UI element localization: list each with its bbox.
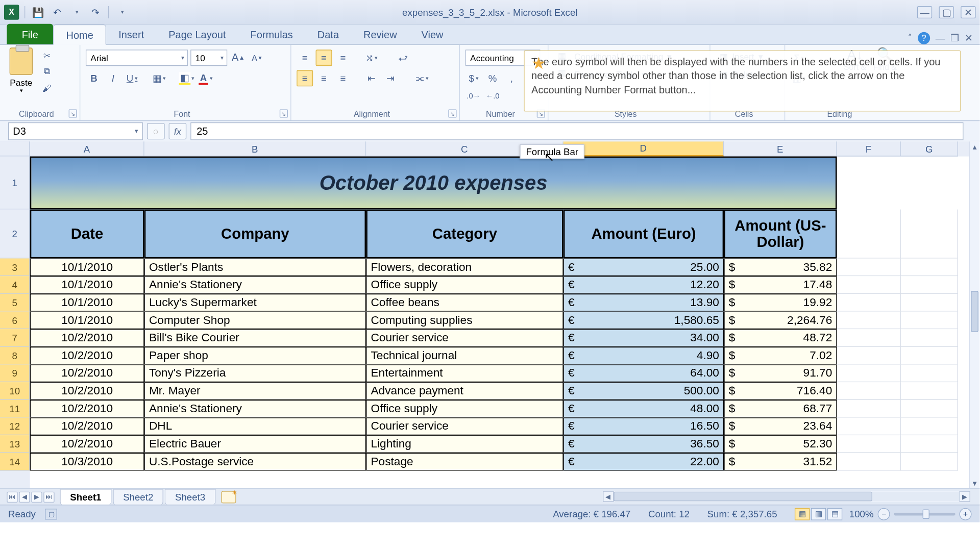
col-header-E[interactable]: E [724, 141, 837, 156]
wrap-text-icon[interactable]: ⮐ [395, 49, 411, 66]
zoom-control[interactable]: 100% − + [849, 508, 972, 520]
header-date[interactable]: Date [30, 210, 144, 259]
number-format-combo[interactable]: Accounting▾ [465, 49, 541, 66]
paste-button[interactable]: Paste ▾ [6, 47, 37, 95]
sheet-tab-3[interactable]: Sheet3 [165, 489, 215, 505]
doc-close-icon[interactable]: ✕ [965, 33, 973, 43]
cell-date[interactable]: 10/1/2010 [30, 294, 144, 312]
view-page-layout-icon[interactable]: ▥ [811, 508, 826, 520]
sort-filter-button[interactable]: A↓Sort & [844, 46, 866, 71]
help-icon[interactable]: ? [918, 32, 930, 44]
table-row[interactable]: 10/1/2010Lucky's SupermarketCoffee beans… [30, 294, 969, 312]
row-header[interactable]: 12 [0, 417, 30, 435]
cell-date[interactable]: 10/2/2010 [30, 417, 144, 435]
cell-company[interactable]: Annie's Stationery [144, 400, 366, 418]
maximize-button[interactable]: ▢ [939, 6, 954, 18]
view-normal-icon[interactable]: ▦ [795, 508, 810, 520]
tab-formulas[interactable]: Formulas [238, 24, 305, 44]
cell-amount-usd[interactable]: $716.40 [724, 382, 837, 400]
table-row[interactable]: 10/1/2010Ostler's PlantsFlowers, decorat… [30, 259, 969, 277]
sheet-tab-1[interactable]: Sheet1 [60, 489, 111, 505]
font-name-combo[interactable]: Arial▾ [86, 49, 188, 66]
cell-amount-euro[interactable]: €36.50 [564, 435, 724, 453]
decrease-font-icon[interactable]: A▼ [249, 49, 265, 66]
cell-company[interactable]: U.S.Postage service [144, 453, 366, 471]
sheet-nav-first-icon[interactable]: ⏮ [7, 491, 17, 502]
cell-category[interactable]: Flowers, decoration [366, 259, 564, 277]
table-row[interactable]: 10/2/2010Annie's StationeryOffice supply… [30, 400, 969, 418]
col-header-A[interactable]: A [30, 141, 144, 156]
row-header[interactable]: 10 [0, 382, 30, 400]
table-row[interactable]: 10/3/2010U.S.Postage servicePostage€22.0… [30, 453, 969, 471]
tab-review[interactable]: Review [351, 24, 409, 44]
format-as-table-button[interactable]: ▦Format as Table ▾ [554, 65, 704, 83]
tab-page-layout[interactable]: Page Layout [156, 24, 238, 44]
cell-company[interactable]: Tony's Pizzeria [144, 364, 366, 382]
cell-date[interactable]: 10/3/2010 [30, 453, 144, 471]
minimize-ribbon-icon[interactable]: ˄ [908, 33, 912, 43]
cell-company[interactable]: Annie's Stationery [144, 276, 366, 294]
cell-amount-usd[interactable]: $7.02 [724, 347, 837, 365]
cell-category[interactable]: Courier service [366, 329, 564, 347]
row-header[interactable]: 8 [0, 347, 30, 365]
undo-icon[interactable]: ↶ [50, 5, 64, 19]
qat-customize-icon[interactable] [114, 5, 129, 19]
cell-amount-euro[interactable]: €48.00 [564, 400, 724, 418]
col-header-F[interactable]: F [837, 141, 901, 156]
orientation-icon[interactable]: ⤭ [363, 49, 380, 66]
number-launcher[interactable]: ↘ [537, 110, 545, 118]
cell-company[interactable]: Lucky's Supermarket [144, 294, 366, 312]
zoom-level[interactable]: 100% [849, 508, 874, 519]
tab-data[interactable]: Data [305, 24, 351, 44]
cancel-formula-icon[interactable]: ○ [147, 123, 165, 139]
col-header-G[interactable]: G [901, 141, 958, 156]
align-left-icon[interactable]: ≡ [297, 70, 313, 86]
font-launcher[interactable]: ↘ [280, 110, 288, 118]
table-row[interactable]: 10/1/2010Computer ShopComputing supplies… [30, 312, 969, 330]
insert-function-icon[interactable]: fx [169, 123, 187, 139]
table-row[interactable]: 10/2/2010Bill's Bike CourierCourier serv… [30, 329, 969, 347]
cell-amount-usd[interactable]: $35.82 [724, 259, 837, 277]
cell-amount-usd[interactable]: $91.70 [724, 364, 837, 382]
cell-category[interactable]: Advance payment [366, 382, 564, 400]
cell-company[interactable]: Computer Shop [144, 312, 366, 330]
underline-icon[interactable]: U [124, 70, 140, 86]
borders-icon[interactable]: ▦ [151, 70, 167, 86]
header-company[interactable]: Company [144, 210, 366, 259]
cell-amount-euro[interactable]: €13.90 [564, 294, 724, 312]
column-headers[interactable]: A B C D E F G [30, 141, 969, 156]
merge-center-icon[interactable]: ⫘ [413, 70, 430, 86]
conditional-formatting-button[interactable]: ▦Conditional Formatting ▾ [554, 47, 704, 65]
cell-amount-usd[interactable]: $68.77 [724, 400, 837, 418]
table-row[interactable]: 10/2/2010Tony's PizzeriaEntertainment€64… [30, 364, 969, 382]
increase-decimal-icon[interactable]: .0→ [465, 88, 482, 104]
alignment-launcher[interactable]: ↘ [448, 110, 456, 118]
cell-amount-euro[interactable]: €4.90 [564, 347, 724, 365]
table-row[interactable]: 10/2/2010DHLCourier service€16.50$23.64 [30, 417, 969, 435]
row-header[interactable]: 6 [0, 312, 30, 330]
cell-amount-euro[interactable]: €16.50 [564, 417, 724, 435]
cell-amount-euro[interactable]: €500.00 [564, 382, 724, 400]
row-header[interactable]: 14 [0, 453, 30, 471]
cell-amount-usd[interactable]: $31.52 [724, 453, 837, 471]
cell-company[interactable]: DHL [144, 417, 366, 435]
title-cell[interactable]: October 2010 expenses [30, 157, 837, 210]
comma-icon[interactable]: , [503, 70, 520, 86]
save-icon[interactable]: 💾 [31, 5, 45, 19]
accounting-format-icon[interactable]: $ [465, 70, 482, 86]
cell-date[interactable]: 10/2/2010 [30, 329, 144, 347]
cell-category[interactable]: Office supply [366, 400, 564, 418]
cell-amount-euro[interactable]: €22.00 [564, 453, 724, 471]
cell-date[interactable]: 10/2/2010 [30, 435, 144, 453]
cell-company[interactable]: Bill's Bike Courier [144, 329, 366, 347]
cell-company[interactable]: Mr. Mayer [144, 382, 366, 400]
sheet-nav-last-icon[interactable]: ⏭ [43, 491, 54, 502]
cell-date[interactable]: 10/1/2010 [30, 259, 144, 277]
horizontal-scrollbar[interactable]: ◀▶ [603, 491, 970, 502]
row-header-1[interactable]: 1 [0, 157, 30, 210]
cell-amount-usd[interactable]: $19.92 [724, 294, 837, 312]
clipboard-launcher[interactable]: ↘ [69, 110, 77, 118]
doc-minimize-icon[interactable]: — [936, 33, 945, 43]
close-button[interactable]: ✕ [961, 6, 975, 18]
row-header[interactable]: 7 [0, 329, 30, 347]
